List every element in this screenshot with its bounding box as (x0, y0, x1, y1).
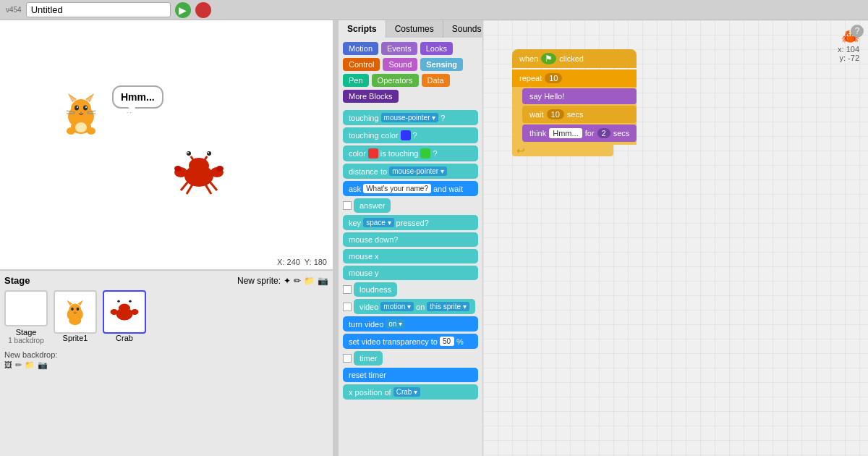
crab-sprite[interactable] (174, 147, 224, 208)
version-label: v454 (6, 6, 22, 14)
category-events[interactable]: Events (381, 42, 417, 55)
tab-bar: Scripts Costumes Sounds (339, 20, 482, 38)
backdrop-camera-icon[interactable]: 📷 (38, 360, 48, 370)
new-sprite-paint-icon[interactable]: ✏ (294, 276, 301, 286)
svg-marker-39 (67, 300, 72, 305)
color-swatch-3[interactable] (420, 148, 430, 159)
color-swatch-2[interactable] (368, 148, 378, 159)
new-sprite-controls: New sprite: ✦ ✏ 📁 📷 (237, 276, 328, 286)
touching-dropdown[interactable]: mouse-pointer ▾ (381, 113, 439, 122)
category-motion[interactable]: Motion (343, 42, 378, 55)
category-sound[interactable]: Sound (383, 58, 417, 71)
script-area[interactable]: when ⚑ clicked repeat 10 say Hello! (483, 20, 868, 456)
script-blocks-container: when ⚑ clicked repeat 10 say Hello! (512, 49, 637, 156)
category-looks[interactable]: Looks (420, 42, 453, 55)
block-mouse-x[interactable]: mouse x (343, 249, 478, 263)
tab-scripts[interactable]: Scripts (339, 20, 386, 38)
answer-checkbox[interactable] (343, 201, 352, 210)
stop-button[interactable] (195, 2, 211, 18)
block-say-hello[interactable]: say Hello! (522, 88, 637, 104)
sprite-target-dropdown[interactable]: Crab ▾ (393, 387, 420, 397)
video-type-dropdown[interactable]: motion ▾ (380, 302, 414, 311)
position-display: X: 240 Y: 180 (277, 258, 327, 266)
block-color-touching[interactable]: color is touching ? (343, 145, 478, 161)
svg-point-18 (87, 127, 95, 135)
video-on-off-dropdown[interactable]: on ▾ (386, 319, 405, 329)
backdrop-image-icon[interactable]: 🖼 (4, 360, 12, 370)
sprite1-name: Sprite1 (63, 334, 88, 342)
repeat-input[interactable]: 10 (545, 73, 562, 83)
stage-item[interactable]: Stage 1 backdrop (4, 290, 48, 345)
block-x-position-of[interactable]: x position of Crab ▾ (343, 384, 478, 400)
transparency-input[interactable]: 50 (440, 337, 454, 346)
backdrop-folder-icon[interactable]: 📁 (25, 360, 35, 370)
svg-point-48 (117, 300, 119, 302)
svg-point-8 (77, 106, 78, 108)
ask-input[interactable]: What's your name? (363, 184, 431, 193)
project-title-input[interactable] (26, 2, 171, 17)
video-target-dropdown[interactable]: this sprite ▾ (427, 302, 469, 311)
block-video-motion[interactable]: video motion ▾ on this sprite ▾ (354, 299, 475, 314)
block-reset-timer[interactable]: reset timer (343, 368, 478, 382)
category-operators[interactable]: Operators (372, 74, 419, 87)
help-button[interactable]: ? (851, 25, 864, 38)
wait-input[interactable]: 10 (547, 109, 564, 119)
block-mouse-down[interactable]: mouse down? (343, 232, 478, 247)
sprite-item-crab[interactable]: Crab (103, 290, 146, 342)
block-when-flag-clicked[interactable]: when ⚑ clicked (512, 49, 637, 68)
block-think[interactable]: think Hmm... for 2 secs (522, 124, 637, 142)
category-more-blocks[interactable]: More Blocks (343, 90, 399, 103)
y-coordinate-display: y: -72 (838, 54, 859, 62)
block-touching-color[interactable]: touching color ? (343, 127, 478, 143)
loudness-checkbox[interactable] (343, 285, 352, 294)
crab-name: Crab (116, 334, 133, 342)
block-ask[interactable]: ask What's your name? and wait (343, 181, 478, 196)
panel-divider[interactable] (333, 20, 339, 456)
block-answer[interactable]: answer (354, 198, 391, 213)
block-turn-video[interactable]: turn video on ▾ (343, 316, 478, 332)
svg-point-50 (129, 300, 131, 302)
sprite-item-sprite1[interactable]: Sprite1 (54, 290, 97, 342)
think-secs-input[interactable]: 2 (597, 128, 610, 138)
speech-bubble: Hmm... ∙ ∙ (112, 85, 163, 109)
think-input[interactable]: Hmm... (549, 128, 582, 138)
color-swatch-1[interactable] (401, 130, 411, 140)
block-video-transparency[interactable]: set video transparency to 50 % (343, 334, 478, 349)
block-distance-to[interactable]: distance to mouse-pointer ▾ (343, 164, 478, 179)
svg-line-33 (181, 182, 188, 190)
svg-point-16 (75, 122, 87, 132)
timer-checkbox[interactable] (343, 354, 352, 363)
block-timer[interactable]: timer (354, 351, 383, 366)
category-sensing[interactable]: Sensing (420, 58, 463, 71)
green-flag-button[interactable]: ▶ (175, 2, 191, 18)
svg-point-32 (216, 166, 224, 172)
block-timer-row: timer (343, 351, 478, 366)
stage-thumbnail (4, 290, 48, 326)
key-dropdown[interactable]: space ▾ (363, 218, 393, 227)
tab-costumes[interactable]: Costumes (386, 20, 443, 38)
block-wait[interactable]: wait 10 secs (522, 106, 637, 123)
distance-dropdown[interactable]: mouse-pointer ▾ (389, 166, 447, 176)
svg-point-20 (189, 158, 209, 174)
svg-point-52 (131, 309, 138, 315)
new-sprite-folder-icon[interactable]: 📁 (304, 276, 315, 286)
new-sprite-camera-icon[interactable]: 📷 (318, 276, 328, 286)
svg-point-23 (187, 151, 191, 156)
block-mouse-y[interactable]: mouse y (343, 266, 478, 280)
flag-icon: ⚑ (541, 53, 556, 64)
new-sprite-star-icon[interactable]: ✦ (284, 276, 291, 286)
svg-point-28 (208, 152, 209, 153)
cat-sprite[interactable] (58, 89, 105, 136)
backdrop-paint-icon[interactable]: ✏ (15, 360, 22, 370)
block-repeat[interactable]: repeat 10 say Hello! wait 10 secs (512, 69, 637, 156)
category-data[interactable]: Data (422, 74, 450, 87)
video-checkbox[interactable] (343, 303, 352, 311)
block-touching[interactable]: touching mouse-pointer ▾ ? (343, 110, 478, 125)
svg-point-9 (85, 106, 87, 108)
repeat-end: ↩ (512, 145, 613, 156)
block-loudness[interactable]: loudness (354, 282, 397, 297)
stage-canvas[interactable]: Hmm... ∙ ∙ (0, 20, 333, 270)
category-control[interactable]: Control (343, 58, 380, 71)
category-pen[interactable]: Pen (343, 74, 369, 87)
block-key-pressed[interactable]: key space ▾ pressed? (343, 215, 478, 230)
